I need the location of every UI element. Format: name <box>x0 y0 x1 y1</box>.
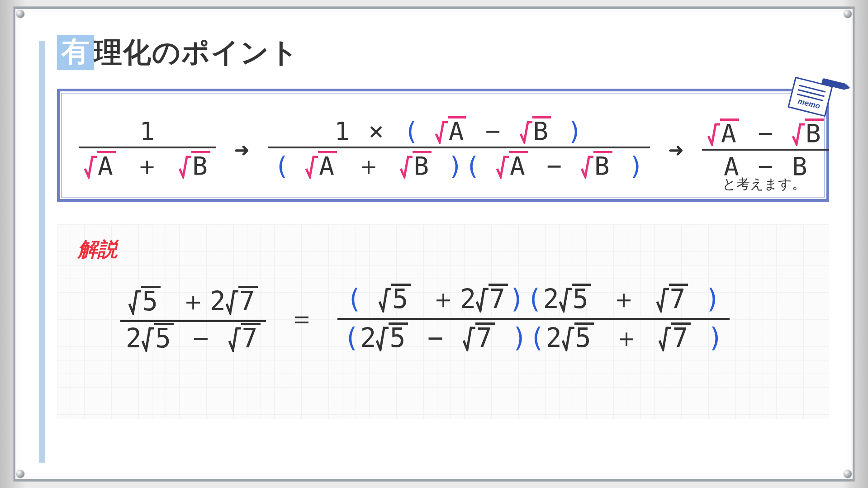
sqrt-A: A <box>496 151 528 180</box>
whiteboard-frame: 有理化のポイント memo 1 A ＋ <box>0 0 868 488</box>
sqrt-A: A <box>305 151 337 180</box>
paren-close: ) <box>566 116 583 146</box>
memo-sticker: memo <box>783 70 842 122</box>
sqrt-7: 7 <box>226 286 258 317</box>
formula-step1: 1 A ＋ B <box>79 115 216 185</box>
sqrt-5: 5 <box>376 322 408 353</box>
denominator: ( A ＋ B )( A − <box>268 148 650 185</box>
sqrt-5: 5 <box>142 323 174 354</box>
memo-label: memo <box>797 97 821 111</box>
numerator: 5 ＋2 7 <box>123 283 263 320</box>
sqrt-5: 5 <box>379 284 411 314</box>
denominator: A ＋ B <box>79 148 216 185</box>
page-title: 有理化のポイント <box>57 33 829 71</box>
screw-icon <box>16 10 24 18</box>
worked-example: 5 ＋2 7 2 5 − <box>120 281 811 357</box>
numerator: A − B <box>702 118 829 149</box>
sqrt-B: B <box>520 116 551 146</box>
numerator: 1 <box>134 115 161 147</box>
sqrt-A: A <box>84 151 116 180</box>
sqrt-B: B <box>792 118 824 148</box>
arrow-icon: ➜ <box>231 139 252 161</box>
key-formula-box: memo 1 A ＋ B ➜ <box>57 89 829 202</box>
sqrt-B: B <box>581 151 612 180</box>
sqrt-A: A <box>707 118 739 148</box>
sqrt-7: 7 <box>656 284 688 314</box>
denominator: (2 5 − 7 )(2 5 ＋ <box>337 320 730 357</box>
denominator: 2 5 − 7 <box>120 322 266 355</box>
sqrt-7: 7 <box>476 284 508 314</box>
whiteboard-surface: 有理化のポイント memo 1 A ＋ <box>13 6 855 482</box>
sqrt-7: 7 <box>463 322 495 353</box>
title-badge: 有 <box>57 35 94 70</box>
title-text: 理化のポイント <box>94 33 299 71</box>
screw-icon <box>16 470 24 478</box>
formula-step2: 1 × ( A − B ) ( <box>268 115 650 185</box>
example-rhs: ( 5 ＋2 7 )(2 5 ＋ <box>337 281 730 357</box>
sqrt-5: 5 <box>562 322 594 353</box>
screw-icon <box>844 470 852 478</box>
sqrt-5: 5 <box>128 286 161 317</box>
equals-sign: ＝ <box>284 301 319 336</box>
numerator: 1 × ( A − B ) <box>329 115 588 147</box>
sqrt-B: B <box>400 151 432 180</box>
sqrt-5: 5 <box>559 284 591 314</box>
left-accent-stripe <box>39 41 45 463</box>
arrow-icon: ➜ <box>665 139 687 161</box>
sqrt-B: B <box>179 151 210 180</box>
formula-note: と考えます。 <box>722 175 806 194</box>
sqrt-7: 7 <box>228 323 261 354</box>
sqrt-7: 7 <box>659 322 691 353</box>
explanation-title: 解説 <box>78 236 811 263</box>
sqrt-A: A <box>435 116 467 146</box>
numerator: ( 5 ＋2 7 )(2 5 ＋ <box>340 281 727 318</box>
formula-step3: A − B A − B <box>702 118 829 182</box>
example-lhs: 5 ＋2 7 2 5 − <box>120 283 266 355</box>
explanation-panel: 解説 5 ＋2 7 <box>57 224 829 419</box>
screw-icon <box>844 10 852 18</box>
paren-open: ( <box>403 116 420 146</box>
